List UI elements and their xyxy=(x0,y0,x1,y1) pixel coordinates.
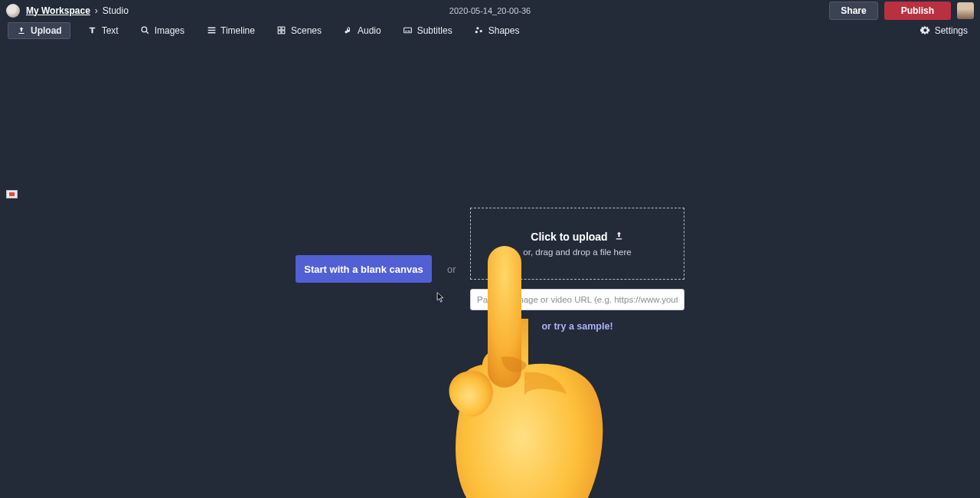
svg-rect-4 xyxy=(282,31,285,34)
top-right-controls: Share Publish xyxy=(829,2,974,20)
svg-point-7 xyxy=(475,31,478,33)
svg-rect-5 xyxy=(404,28,412,33)
upload-column: Click to upload or, drag and drop a file… xyxy=(470,208,684,332)
or-text: or xyxy=(447,264,456,275)
upload-main-text: Click to upload xyxy=(531,231,623,243)
selection-handle-inner xyxy=(9,192,15,196)
breadcrumb-current: Studio xyxy=(103,5,129,16)
breadcrumb: My Workspace › Studio xyxy=(26,5,129,16)
gear-icon xyxy=(920,25,931,36)
url-input[interactable] xyxy=(470,289,684,310)
breadcrumb-separator: › xyxy=(95,5,98,16)
text-tool[interactable]: Text xyxy=(83,23,123,38)
timeline-tool[interactable]: Timeline xyxy=(201,23,260,38)
audio-tool[interactable]: Audio xyxy=(338,23,386,38)
svg-rect-3 xyxy=(279,31,282,34)
upload-icon xyxy=(16,25,27,36)
text-label: Text xyxy=(102,25,119,36)
document-title[interactable]: 2020-05-14_20-00-36 xyxy=(449,6,531,15)
try-sample-link[interactable]: or try a sample! xyxy=(470,321,684,332)
user-avatar[interactable] xyxy=(957,2,974,19)
blank-canvas-button[interactable]: Start with a blank canvas xyxy=(296,255,432,283)
svg-point-8 xyxy=(480,30,482,32)
main-toolbar: Upload Text Images Timeline Scenes Audio xyxy=(0,21,980,39)
upload-main-label: Click to upload xyxy=(531,231,607,243)
mouse-cursor xyxy=(436,292,444,303)
workspace-avatar[interactable] xyxy=(6,4,20,18)
audio-label: Audio xyxy=(358,25,381,36)
scenes-icon xyxy=(276,25,287,36)
settings-tool[interactable]: Settings xyxy=(916,23,972,38)
svg-point-6 xyxy=(476,27,479,29)
svg-rect-1 xyxy=(279,27,282,30)
publish-button[interactable]: Publish xyxy=(884,2,951,20)
svg-rect-2 xyxy=(282,27,285,30)
scenes-label: Scenes xyxy=(291,25,322,36)
svg-point-0 xyxy=(142,27,147,32)
search-icon xyxy=(140,25,151,36)
breadcrumb-workspace[interactable]: My Workspace xyxy=(26,5,90,16)
share-button[interactable]: Share xyxy=(829,2,877,20)
scenes-tool[interactable]: Scenes xyxy=(272,23,326,38)
shapes-tool[interactable]: Shapes xyxy=(469,23,524,38)
text-icon xyxy=(87,25,98,36)
timeline-label: Timeline xyxy=(220,25,255,36)
audio-icon xyxy=(343,25,354,36)
upload-label: Upload xyxy=(31,25,62,36)
upload-button[interactable]: Upload xyxy=(8,22,70,39)
upload-dropzone[interactable]: Click to upload or, drag and drop a file… xyxy=(470,208,684,280)
images-tool[interactable]: Images xyxy=(136,23,189,38)
subtitles-label: Subtitles xyxy=(417,25,452,36)
start-options-row: Start with a blank canvas or xyxy=(296,255,456,283)
subtitles-icon xyxy=(403,25,413,36)
shapes-icon xyxy=(474,25,485,36)
upload-arrow-icon xyxy=(614,231,624,243)
selection-handle[interactable] xyxy=(6,190,18,198)
shapes-label: Shapes xyxy=(488,25,520,36)
images-label: Images xyxy=(155,25,185,36)
timeline-icon xyxy=(206,25,217,36)
settings-label: Settings xyxy=(935,25,968,36)
editor-canvas: Start with a blank canvas or Click to up… xyxy=(0,39,980,498)
top-bar: My Workspace › Studio 2020-05-14_20-00-3… xyxy=(0,0,980,21)
upload-sub-text: or, drag and drop a file here xyxy=(523,247,631,257)
subtitles-tool[interactable]: Subtitles xyxy=(398,23,457,38)
